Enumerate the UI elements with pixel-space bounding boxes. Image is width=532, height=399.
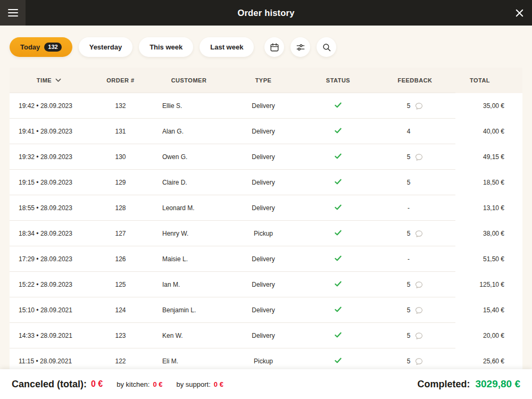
order-time: 19:42 • 28.09.2023	[10, 102, 88, 110]
order-number: 130	[88, 153, 153, 161]
order-feedback: 5	[375, 153, 455, 161]
feedback-score: -	[408, 255, 410, 263]
comment-icon[interactable]	[415, 153, 423, 161]
feedback-score: 5	[407, 281, 411, 288]
close-icon	[514, 8, 525, 18]
order-number: 122	[88, 358, 153, 365]
order-total: 20,00 €	[455, 332, 522, 339]
filter-tab-label: Last week	[210, 43, 243, 51]
comment-icon[interactable]	[415, 230, 423, 238]
filter-tab-this-week[interactable]: This week	[139, 37, 193, 57]
order-feedback: 5	[375, 102, 455, 110]
column-header-time[interactable]: Time	[10, 77, 88, 84]
filter-tab-today[interactable]: Today 132	[10, 37, 72, 57]
table-header-row: Time Order # Customer Type Status Feedba…	[10, 68, 522, 93]
order-status	[302, 127, 375, 136]
order-feedback: 5	[375, 230, 455, 238]
order-row[interactable]: 15:10 • 28.09.2021 124 Benjamin L. Deliv…	[10, 297, 522, 323]
order-total: 38,00 €	[455, 230, 522, 237]
customer-name: Ken W.	[153, 332, 225, 339]
top-bar: Order history	[0, 0, 532, 26]
order-number: 124	[88, 306, 153, 314]
customer-name: Leonard M.	[153, 204, 225, 212]
calendar-button[interactable]	[264, 37, 284, 57]
comment-icon[interactable]	[415, 332, 423, 340]
order-total: 13,10 €	[455, 204, 522, 212]
order-type: Delivery	[225, 255, 302, 263]
column-header-total: Total	[455, 77, 522, 84]
order-type: Delivery	[225, 179, 302, 186]
filter-bar: Today 132 Yesterday This week Last week	[0, 26, 532, 57]
status-check-icon	[334, 152, 342, 160]
customer-name: Ian M.	[153, 281, 225, 288]
canceled-total-label: Canceled (total):	[12, 379, 87, 390]
search-button[interactable]	[317, 37, 336, 57]
customer-name: Owen G.	[153, 153, 225, 161]
by-kitchen-value: 0 €	[153, 380, 162, 388]
order-time: 11:15 • 28.09.2021	[10, 358, 88, 365]
order-row[interactable]: 15:22 • 28.09.2023 125 Ian M. Delivery 5…	[10, 272, 522, 297]
filter-tab-label: Today	[20, 43, 40, 51]
order-total: 125,10 €	[455, 281, 522, 288]
order-type: Delivery	[225, 204, 302, 212]
filter-tab-last-week[interactable]: Last week	[200, 37, 254, 57]
order-row[interactable]: 19:15 • 28.09.2023 129 Claire D. Deliver…	[10, 170, 522, 195]
order-status	[302, 280, 375, 289]
order-table-body: 19:42 • 28.09.2023 132 Ellie S. Delivery…	[10, 93, 522, 374]
order-time: 17:29 • 28.09.2023	[10, 255, 88, 263]
order-number: 128	[88, 204, 153, 212]
order-type: Pickup	[225, 230, 302, 237]
close-button[interactable]	[506, 0, 532, 26]
order-row[interactable]: 14:33 • 28.09.2021 123 Ken W. Delivery 5…	[10, 323, 522, 348]
order-row[interactable]: 18:55 • 28.09.2023 128 Leonard M. Delive…	[10, 195, 522, 221]
filter-tab-label: This week	[149, 43, 182, 51]
status-check-icon	[334, 127, 342, 135]
customer-name: Benjamin L.	[153, 306, 225, 314]
order-type: Delivery	[225, 332, 302, 339]
order-total: 35,00 €	[455, 102, 522, 110]
order-row[interactable]: 19:41 • 28.09.2023 131 Alan G. Delivery …	[10, 119, 522, 144]
order-table: Time Order # Customer Type Status Feedba…	[10, 68, 522, 374]
order-type: Delivery	[225, 281, 302, 288]
feedback-score: -	[408, 204, 410, 212]
order-number: 131	[88, 128, 153, 135]
order-total: 49,15 €	[455, 153, 522, 161]
comment-icon[interactable]	[415, 306, 423, 314]
order-row[interactable]: 19:42 • 28.09.2023 132 Ellie S. Delivery…	[10, 93, 522, 119]
filter-tab-yesterday[interactable]: Yesterday	[79, 37, 132, 57]
status-check-icon	[334, 254, 342, 262]
completed-value: 3029,80 €	[475, 378, 520, 390]
filter-options-button[interactable]	[290, 37, 310, 57]
order-row[interactable]: 17:29 • 28.09.2023 126 Maisie L. Deliver…	[10, 246, 522, 272]
feedback-score: 5	[407, 358, 411, 365]
order-type: Delivery	[225, 153, 302, 161]
column-header-feedback: Feedback	[375, 77, 455, 84]
order-status	[302, 356, 375, 366]
customer-name: Alan G.	[153, 128, 225, 135]
order-feedback: 5	[375, 332, 455, 340]
order-status	[302, 178, 375, 187]
order-row[interactable]: 19:32 • 28.09.2023 130 Owen G. Delivery …	[10, 144, 522, 170]
order-status	[302, 331, 375, 340]
order-feedback: -	[375, 255, 455, 263]
canceled-total-value: 0 €	[91, 379, 103, 389]
comment-icon[interactable]	[415, 102, 423, 110]
status-check-icon	[334, 331, 342, 339]
order-status	[302, 305, 375, 315]
status-check-icon	[334, 280, 342, 288]
comment-icon[interactable]	[415, 281, 423, 289]
order-type: Delivery	[225, 306, 302, 314]
hamburger-menu-button[interactable]	[0, 0, 26, 26]
status-check-icon	[334, 229, 342, 237]
order-total: 51,50 €	[455, 255, 522, 263]
summary-bar: Canceled (total): 0 € by kitchen: 0 € by…	[0, 369, 532, 399]
column-header-status: Status	[302, 77, 375, 84]
order-row[interactable]: 18:34 • 28.09.2023 127 Henry W. Pickup 5…	[10, 221, 522, 246]
comment-icon[interactable]	[415, 358, 423, 365]
order-time: 19:32 • 28.09.2023	[10, 153, 88, 161]
sliders-icon	[296, 43, 305, 52]
feedback-score: 5	[407, 102, 411, 110]
feedback-score: 5	[407, 332, 411, 339]
order-type: Pickup	[225, 358, 302, 365]
order-time: 15:22 • 28.09.2023	[10, 281, 88, 288]
